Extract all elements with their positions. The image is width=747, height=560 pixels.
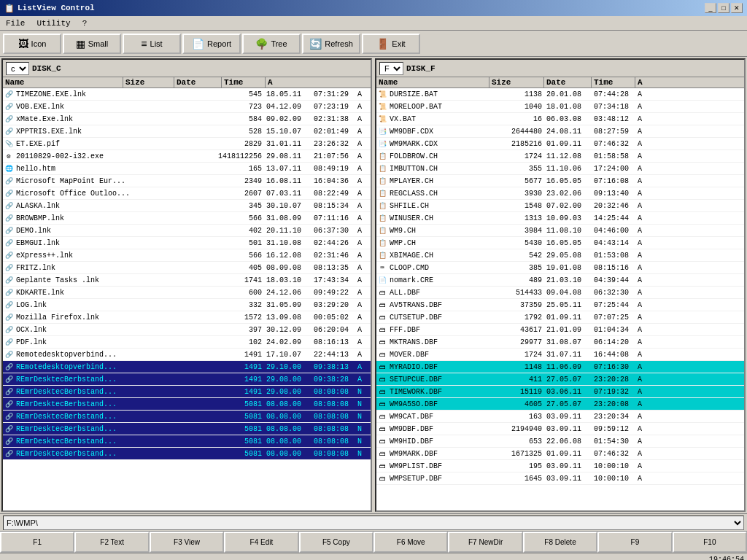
table-row[interactable]: 🔗 REmrDesktecBerbstand... 5081 08.08.00 … [3,448,371,460]
table-row[interactable]: 🔗 EBMGUI.lnk 501 31.10.08 02:44:26 A [3,237,371,249]
table-row[interactable]: 🗃 WM9DBF.DBF 2194940 03.09.11 09:59:12 A [376,423,744,435]
table-row[interactable]: 🗃 WM9A5SO.DBF 4605 27.05.07 23:20:08 A [376,398,744,411]
table-row[interactable]: 🗃 SETUPCUE.DBF 411 27.05.07 23:20:28 A [376,373,744,386]
table-row[interactable]: 🔗 FRITZ.lnk 405 08.09.08 08:13:35 A [3,262,371,274]
table-row[interactable]: 🔗 Mozilla Firefox.lnk 1572 13.09.08 00:0… [3,311,371,324]
f7-button[interactable]: F7 NewDir [448,532,522,553]
table-row[interactable]: 🔗 REmrDesktecBerbstand... 1491 29.08.00 … [3,373,371,386]
menu-utility[interactable]: Utility [34,18,73,28]
path-select[interactable]: F:\WMP\ [3,516,744,530]
left-col-time[interactable]: Time [222,77,266,88]
table-row[interactable]: 🔗 REmrDesktecBerbstand... 5081 08.08.00 … [3,398,371,411]
table-row[interactable]: 📋 WM9.CH 3984 11.08.10 04:46:00 A [376,225,744,237]
minimize-button[interactable]: _ [705,3,716,13]
table-row[interactable]: 🌐 hello.htm 165 13.07.11 08:49:19 A [3,163,371,175]
table-row[interactable]: 📋 WMP.CH 5430 16.05.05 04:43:14 A [376,237,744,249]
icon-button[interactable]: 🖼 Icon [3,34,61,54]
left-col-date[interactable]: Date [174,77,222,88]
table-row[interactable]: 📜 MORELOOP.BAT 1040 18.01.08 07:34:18 A [376,101,744,113]
table-row[interactable]: 🗃 AV5TRANS.DBF 37359 25.05.11 07:25:44 A [376,299,744,311]
maximize-button[interactable]: □ [718,3,729,13]
f4-button[interactable]: F4 Edit [224,532,298,553]
table-row[interactable]: 🗃 MKTRANS.DBF 29977 31.08.07 06:14:20 A [376,336,744,349]
table-row[interactable]: 🗃 WM9CAT.DBF 163 03.09.11 23:20:34 A [376,411,744,423]
f8-button[interactable]: F8 Delete [523,532,597,553]
exit-button[interactable]: 🚪 Exit [362,34,420,54]
table-row[interactable]: 🔗 KDKARTE.lnk 600 24.12.06 09:49:22 A [3,287,371,299]
table-row[interactable]: 🔗 xMate.Exe.lnk 584 09.02.09 02:31:38 A [3,113,371,125]
table-row[interactable]: 🔗 Microsoft Office Outloo... 2607 07.03.… [3,187,371,200]
tree-button[interactable]: 🌳 Tree [242,34,301,54]
table-row[interactable]: 🗃 WM9MARK.DBF 1671325 01.09.11 07:46:32 … [376,448,744,460]
table-row[interactable]: 🔗 XPPTRIS.EXE.lnk 528 15.10.07 02:01:49 … [3,125,371,138]
table-row[interactable]: 🗃 FFF.DBF 43617 21.01.09 01:04:34 A [376,324,744,336]
right-col-size[interactable]: Size [489,77,544,88]
menu-help[interactable]: ? [80,18,90,28]
f5-button[interactable]: F5 Copy [299,532,374,553]
table-row[interactable]: ⌨ CLOOP.CMD 385 19.01.08 08:15:16 A [376,262,744,274]
f6-button[interactable]: F6 Move [374,532,448,553]
table-row[interactable]: 🗃 MOVER.DBF 1724 31.07.11 16:44:08 A [376,349,744,361]
close-button[interactable]: ✕ [731,3,743,13]
table-row[interactable]: 📋 SHFILE.CH 1548 07.02.00 20:32:46 A [376,200,744,212]
table-row[interactable]: 🔗 Remotedesktopverbind... 1491 17.10.07 … [3,349,371,361]
table-row[interactable]: 🔗 REmrDesktecBerbstand... 5081 08.08.00 … [3,435,371,448]
table-row[interactable]: 🔗 eXpress++.lnk 566 16.12.08 02:31:46 A [3,249,371,262]
table-row[interactable]: 📜 DURSIZE.BAT 1138 20.01.08 07:44:28 A [376,88,744,101]
table-row[interactable]: 🔗 Geplante Tasks .lnk 1741 18.03.10 17:4… [3,274,371,287]
table-row[interactable]: 🔗 REmotedesktopverbind... 1491 29.10.00 … [3,361,371,373]
table-row[interactable]: 📋 REGCLASS.CH 3930 23.02.06 09:13:40 A [376,187,744,200]
right-col-date[interactable]: Date [544,77,592,88]
right-col-attr[interactable]: A [635,77,650,88]
table-row[interactable]: ⚙ 20110829-002-i32.exe 1418112256 29.08.… [3,150,371,163]
table-row[interactable]: 📑 WM9DBF.CDX 2644480 24.08.11 08:27:59 A [376,125,744,138]
table-row[interactable]: 🔗 ALASKA.lnk 345 30.10.07 08:15:34 A [3,200,371,212]
table-row[interactable]: 🔗 REmrDesktecBerbstand... 5081 08.08.00 … [3,411,371,423]
table-row[interactable]: 📋 XBIMAGE.CH 542 29.05.08 01:53:08 A [376,249,744,262]
left-col-attr[interactable]: A [266,77,280,88]
table-row[interactable]: 🔗 PDF.lnk 102 24.02.09 08:16:13 A [3,336,371,349]
list-button[interactable]: ≡ List [123,34,181,54]
table-row[interactable]: 🔗 REmrDesktecBerbstand... 1491 29.08.00 … [3,386,371,398]
table-row[interactable]: 📎 ET.EXE.pif 2829 31.01.11 23:26:32 A [3,138,371,150]
left-file-list[interactable]: Name Size Date Time A 🔗 TIMEZONE.EXE.lnk… [3,77,371,510]
table-row[interactable]: 🔗 VOB.EXE.lnk 723 04.12.09 07:23:19 A [3,101,371,113]
table-row[interactable]: 📋 IMBUTTON.CH 355 11.10.06 17:24:00 A [376,163,744,175]
table-row[interactable]: 📋 MPLAYER.CH 5677 16.05.05 07:16:08 A [376,175,744,187]
f9-button[interactable]: F9 [597,532,672,553]
table-row[interactable]: 🗃 MYRADIO.DBF 1148 11.06.09 07:16:30 A [376,361,744,373]
right-col-time[interactable]: Time [592,77,635,88]
table-row[interactable]: 🔗 OCX.lnk 397 30.12.09 06:20:04 A [3,324,371,336]
right-drive-select[interactable]: F [379,62,403,75]
table-row[interactable]: 📋 FOLDBROW.CH 1724 11.12.08 01:58:58 A [376,150,744,163]
f2-button[interactable]: F2 Text [74,532,149,553]
table-row[interactable]: 📋 WINUSER.CH 1313 10.09.03 14:25:44 A [376,212,744,225]
table-row[interactable]: 🔗 REmrDesktecBerbstand... 5081 08.08.00 … [3,423,371,435]
table-row[interactable]: 📄 nomark.CRE 489 21.03.10 04:39:44 A [376,274,744,287]
f1-button[interactable]: F1 [0,532,74,553]
table-row[interactable]: 🗃 WM9HID.DBF 653 22.06.08 01:54:30 A [376,435,744,448]
report-button[interactable]: 📄 Report [182,34,241,54]
table-row[interactable]: 📜 VX.BAT 16 06.03.08 03:48:12 A [376,113,744,125]
refresh-button[interactable]: 🔄 Refresh [302,34,360,54]
table-row[interactable]: 🔗 LOG.lnk 332 31.05.09 03:29:20 A [3,299,371,311]
table-row[interactable]: 🔗 DEMO.lnk 402 20.11.10 06:37:30 A [3,225,371,237]
left-col-size[interactable]: Size [123,77,174,88]
f3-button[interactable]: F3 View [150,532,224,553]
table-row[interactable]: 🗃 ALL.DBF 514433 09.04.08 06:32:30 A [376,287,744,299]
table-row[interactable]: 🔗 BROWBMP.lnk 566 31.08.09 07:11:16 A [3,212,371,225]
table-row[interactable]: 🗃 WMPSETUP.DBF 1645 03.09.11 10:00:10 A [376,472,744,485]
right-col-name[interactable]: Name [376,77,489,88]
f10-button[interactable]: F10 [673,532,747,553]
right-file-list[interactable]: Name Size Date Time A 📜 DURSIZE.BAT 1138… [376,77,744,510]
table-row[interactable]: 🗃 CUTSETUP.DBF 1792 01.09.11 07:07:25 A [376,311,744,324]
small-button[interactable]: ▦ Small [63,34,121,54]
table-row[interactable]: 🔗 TIMEZONE.EXE.lnk 545 18.05.11 07:31:29… [3,88,371,101]
left-drive-select[interactable]: c [6,62,29,75]
table-row[interactable]: 🗃 TIMEWORK.DBF 15119 03.06.11 07:19:32 A [376,386,744,398]
table-row[interactable]: 🗃 WM9PLIST.DBF 195 03.09.11 10:00:10 A [376,460,744,472]
menu-file[interactable]: File [3,18,28,28]
table-row[interactable]: 🔗 Microsoft MapPoint Eur... 2349 16.08.1… [3,175,371,187]
left-col-name[interactable]: Name [3,77,123,88]
table-row[interactable]: 📑 WM9MARK.CDX 2185216 01.09.11 07:46:32 … [376,138,744,150]
